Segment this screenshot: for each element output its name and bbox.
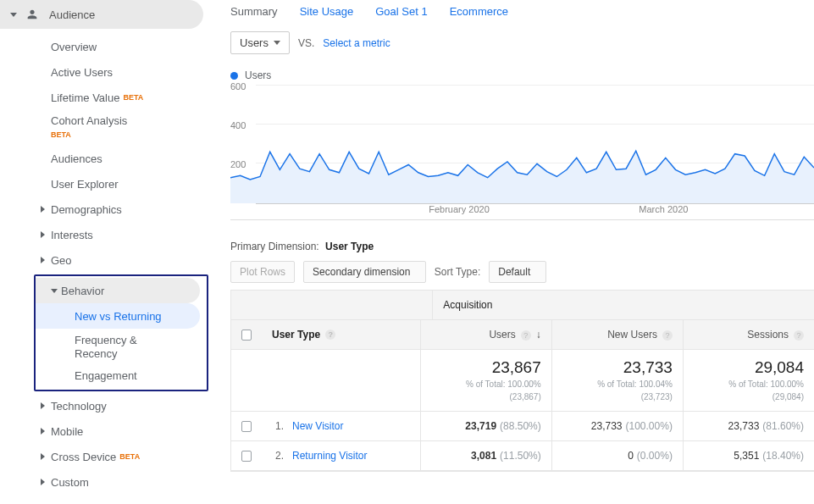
sidebar-item-interests[interactable]: Interests: [0, 222, 210, 247]
sidebar-item-lifetime-value[interactable]: Lifetime ValueBETA: [0, 85, 210, 110]
help-icon[interactable]: ?: [794, 330, 804, 341]
primary-metric-select[interactable]: Users: [230, 31, 290, 54]
row-link[interactable]: Returning Visitor: [292, 450, 368, 462]
primary-dimension-value[interactable]: User Type: [325, 241, 374, 252]
chevron-right-icon: [41, 231, 45, 238]
sidebar-item-audiences[interactable]: Audiences: [0, 146, 210, 171]
sidebar-item-cross-device[interactable]: Cross DeviceBETA: [0, 444, 210, 469]
chevron-down-icon: [10, 13, 17, 17]
chart-legend-label: Users: [245, 69, 271, 81]
row-link[interactable]: New Visitor: [292, 420, 343, 432]
legend-dot-icon: [230, 72, 238, 80]
chevron-right-icon: [41, 453, 45, 460]
sidebar-item-cohort-analysis[interactable]: Cohort Analysis BETA: [0, 110, 210, 146]
table-row: 1.New Visitor 23,719(88.50%) 23,733(100.…: [231, 412, 814, 441]
tab-goal-set-1[interactable]: Goal Set 1: [375, 5, 427, 18]
person-icon: [25, 8, 39, 21]
sidebar-item-mobile[interactable]: Mobile: [0, 418, 210, 444]
plot-rows-button: Plot Rows: [230, 261, 295, 283]
sidebar-item-behavior[interactable]: Behavior: [36, 278, 200, 303]
highlight-box: Behavior New vs Returning Frequency & Re…: [34, 274, 208, 391]
sidebar-section-header[interactable]: Audience: [0, 0, 203, 29]
header-user-type[interactable]: User Type?: [262, 320, 420, 349]
tab-site-usage[interactable]: Site Usage: [300, 5, 354, 18]
main-content: Summary Site Usage Goal Set 1 Ecommerce …: [210, 0, 814, 504]
row-checkbox[interactable]: [241, 451, 252, 462]
total-new-users: 23,733 % of Total: 100.04% (23,723): [551, 350, 683, 411]
beta-badge: BETA: [123, 93, 143, 102]
sidebar-title: Audience: [49, 8, 95, 21]
chart-svg: [230, 85, 814, 203]
total-users: 23,867 % of Total: 100.00% (23,867): [420, 350, 551, 411]
sort-type-label: Sort Type:: [435, 266, 480, 278]
caret-down-icon: [274, 41, 280, 45]
header-sessions[interactable]: Sessions?: [683, 320, 814, 349]
chevron-right-icon: [41, 257, 45, 263]
sidebar-item-geo[interactable]: Geo: [0, 247, 210, 273]
select-all-checkbox[interactable]: [241, 330, 252, 341]
beta-badge: BETA: [51, 127, 210, 142]
chevron-right-icon: [41, 479, 45, 485]
sort-type-select[interactable]: Default: [489, 261, 545, 283]
row-checkbox[interactable]: [241, 421, 252, 432]
x-tick: March 2020: [639, 204, 688, 214]
secondary-dimension-select[interactable]: Secondary dimension: [303, 261, 426, 283]
select-metric-link[interactable]: Select a metric: [323, 37, 390, 49]
help-icon[interactable]: ?: [325, 330, 335, 340]
help-icon[interactable]: ?: [662, 330, 673, 341]
sidebar-item-new-vs-returning[interactable]: New vs Returning: [36, 303, 200, 329]
total-sessions: 29,084 % of Total: 100.00% (29,084): [683, 350, 814, 411]
tab-ecommerce[interactable]: Ecommerce: [450, 5, 508, 18]
chevron-right-icon: [41, 402, 45, 409]
chevron-down-icon: [51, 289, 58, 293]
sidebar-item-custom[interactable]: Custom: [0, 469, 210, 495]
sidebar-item-technology[interactable]: Technology: [0, 393, 210, 418]
sidebar-item-frequency-recency[interactable]: Frequency & Recency: [36, 329, 207, 363]
data-table: Acquisition User Type? Users?↓ New Users…: [230, 290, 814, 472]
table-row: 2.Returning Visitor 3,081(11.50%) 0(0.00…: [231, 441, 814, 471]
header-users[interactable]: Users?↓: [420, 320, 551, 349]
beta-badge: BETA: [119, 452, 140, 461]
sidebar-item-overview[interactable]: Overview: [0, 34, 210, 59]
sidebar-item-engagement[interactable]: Engagement: [36, 363, 207, 388]
vs-label: VS.: [298, 37, 314, 49]
primary-dimension-row: Primary Dimension: User Type: [230, 241, 814, 252]
header-acquisition: Acquisition: [432, 291, 814, 319]
sidebar-item-active-users[interactable]: Active Users: [0, 59, 210, 85]
sort-desc-icon: ↓: [536, 329, 541, 341]
header-new-users[interactable]: New Users?: [551, 320, 683, 349]
sidebar-item-user-explorer[interactable]: User Explorer: [0, 171, 210, 197]
report-tabs: Summary Site Usage Goal Set 1 Ecommerce: [230, 0, 814, 25]
users-chart: 600 400 200 February 2020 March 2020: [230, 85, 814, 220]
tab-summary[interactable]: Summary: [230, 5, 278, 18]
chevron-right-icon: [41, 206, 45, 213]
chevron-right-icon: [41, 428, 45, 435]
sidebar: Audience Overview Active Users Lifetime …: [0, 0, 210, 504]
help-icon[interactable]: ?: [521, 330, 531, 341]
sidebar-item-demographics[interactable]: Demographics: [0, 197, 210, 222]
x-tick: February 2020: [429, 204, 490, 214]
